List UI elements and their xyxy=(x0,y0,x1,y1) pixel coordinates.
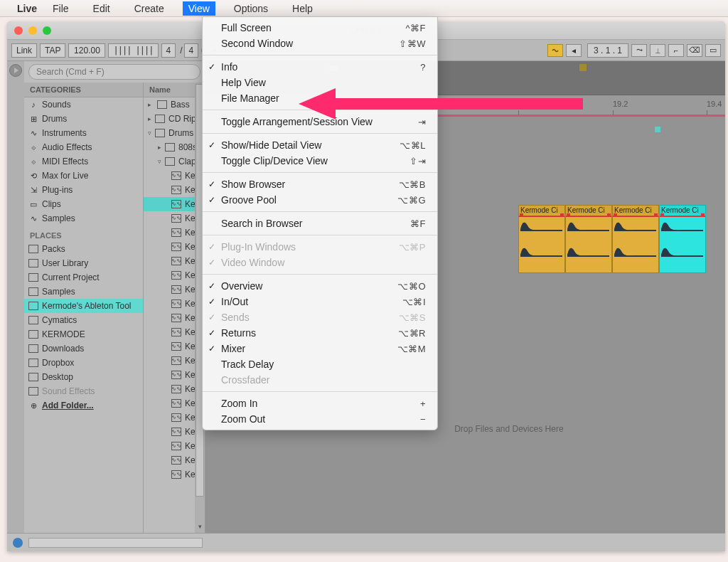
menu-item-zoom-out[interactable]: Zoom Out− xyxy=(203,411,437,427)
disclosure-icon[interactable]: ▸ xyxy=(158,144,161,151)
midi-map-button[interactable]: ◂ xyxy=(566,44,582,57)
folder-item[interactable]: ▸CD Rips xyxy=(144,112,195,126)
audio-file-item[interactable]: Kern xyxy=(144,325,195,339)
menu-item-overview[interactable]: ✓Overview⌥⌘O xyxy=(203,278,437,294)
audio-file-item[interactable]: Kern xyxy=(144,226,195,240)
automation-button[interactable]: ⟂ xyxy=(650,44,665,57)
audio-file-item[interactable]: Kern xyxy=(144,268,195,282)
place-dropbox[interactable]: Dropbox xyxy=(24,356,143,370)
locator-marker[interactable] xyxy=(579,64,587,71)
category-sounds[interactable]: ♪Sounds xyxy=(24,97,143,112)
draw-button[interactable]: ⌐ xyxy=(668,44,684,57)
audio-file-item[interactable]: Kern xyxy=(144,254,195,268)
place-samples[interactable]: Samples xyxy=(24,285,143,299)
audio-file-item[interactable]: Kermode Clap - 18.wav xyxy=(144,410,195,425)
audio-file-item[interactable]: Kern xyxy=(144,368,195,382)
bpm-nudge[interactable]: |||| |||| xyxy=(108,43,158,58)
audio-file-item[interactable]: Kern xyxy=(144,382,195,396)
menu-item-info[interactable]: ✓Info? xyxy=(203,59,437,75)
place-desktop[interactable]: Desktop xyxy=(24,370,143,384)
link-button[interactable]: Link xyxy=(11,43,37,58)
category-instruments[interactable]: ∿Instruments xyxy=(24,126,143,140)
menu-file[interactable]: File xyxy=(47,1,75,16)
pencil-button[interactable]: ⌫ xyxy=(687,44,702,57)
scroll-down-icon[interactable]: ▾ xyxy=(196,523,204,531)
place-cymatics[interactable]: Cymatics xyxy=(24,313,143,327)
audio-file-item[interactable]: Kern xyxy=(144,211,195,226)
loop-button[interactable]: ▭ xyxy=(705,44,721,57)
disclosure-icon[interactable]: ▿ xyxy=(148,129,151,137)
audio-clip[interactable]: Kermode Ci xyxy=(659,205,706,273)
menu-item-mixer[interactable]: ✓Mixer⌥⌘M xyxy=(203,341,437,356)
menu-view[interactable]: View xyxy=(183,1,215,16)
disclosure-icon[interactable]: ▸ xyxy=(148,115,151,122)
time-sig-num[interactable]: 4 xyxy=(161,43,176,58)
menu-edit[interactable]: Edit xyxy=(87,1,116,16)
place-packs[interactable]: Packs xyxy=(24,242,143,256)
audio-file-item[interactable]: Kern xyxy=(144,169,195,183)
disclosure-icon[interactable]: ▿ xyxy=(158,158,161,165)
audio-clip[interactable]: Kermode Ci xyxy=(565,205,612,273)
audio-clip[interactable]: Kermode Ci xyxy=(518,205,565,273)
audio-clip[interactable]: Kermode Ci xyxy=(612,205,659,273)
audio-file-item[interactable]: Kern xyxy=(144,311,195,325)
audio-file-item[interactable]: Kern xyxy=(144,396,195,410)
maximize-button[interactable] xyxy=(43,26,51,35)
menu-options[interactable]: Options xyxy=(228,1,274,16)
audio-file-item[interactable]: Kermode Clap - 20.wav xyxy=(144,439,195,453)
audio-file-item[interactable]: Kermode Clap - 19.wav xyxy=(144,425,195,439)
folder-item[interactable]: ▿Drums xyxy=(144,126,195,140)
audio-file-item[interactable]: Kermode Clap - 21.wav xyxy=(144,453,195,467)
folder-item[interactable]: ▿Clap xyxy=(144,154,195,169)
menu-item-track-delay[interactable]: Track Delay xyxy=(203,356,437,372)
menu-item-help-view[interactable]: Help View xyxy=(203,75,437,90)
minimize-button[interactable] xyxy=(28,26,37,35)
menu-item-show-hide-detail-view[interactable]: ✓Show/Hide Detail View⌥⌘L xyxy=(203,137,437,153)
menu-item-full-screen[interactable]: Full Screen^⌘F xyxy=(203,20,437,36)
audio-file-item[interactable]: Kern xyxy=(144,339,195,354)
search-input[interactable] xyxy=(28,64,200,80)
audio-file-item[interactable]: Kern xyxy=(144,183,195,197)
place-current-project[interactable]: Current Project xyxy=(24,270,143,285)
place-user-library[interactable]: User Library xyxy=(24,256,143,270)
place-kermode-s-ableton-tool[interactable]: Kermode's Ableton Tool xyxy=(24,299,143,313)
category-clips[interactable]: ▭Clips xyxy=(24,197,143,211)
arrangement-position[interactable]: 3 . 1 . 1 xyxy=(587,43,628,58)
menu-item-zoom-in[interactable]: Zoom In+ xyxy=(203,396,437,411)
audio-file-item[interactable]: Kermode Clap - 22.wav xyxy=(144,467,195,482)
app-name[interactable]: Live xyxy=(17,3,37,14)
audio-file-item[interactable]: Kern xyxy=(144,197,195,211)
menu-item-search-in-browser[interactable]: Search in Browser⌘F xyxy=(203,216,437,231)
place-downloads[interactable]: Downloads xyxy=(24,341,143,356)
place-kermode[interactable]: KERMODE xyxy=(24,327,143,341)
time-sig-den[interactable]: 4 xyxy=(184,43,199,58)
cue-marker-icon[interactable] xyxy=(655,127,660,132)
category-max-for-live[interactable]: ⟲Max for Live xyxy=(24,169,143,183)
key-map-button[interactable] xyxy=(547,44,563,57)
category-drums[interactable]: ⊞Drums xyxy=(24,112,143,126)
place-sound-effects[interactable]: Sound Effects xyxy=(24,384,143,398)
audio-file-item[interactable]: Kern xyxy=(144,240,195,254)
add-folder[interactable]: ⊕Add Folder... xyxy=(24,398,143,413)
preview-progress[interactable] xyxy=(28,538,203,548)
preview-play-button[interactable] xyxy=(9,64,22,77)
bpm-field[interactable]: 120.00 xyxy=(68,43,105,58)
menu-item-returns[interactable]: ✓Returns⌥⌘R xyxy=(203,325,437,341)
status-indicator-icon[interactable] xyxy=(13,538,23,548)
follow-button[interactable]: ⤳ xyxy=(631,44,647,57)
disclosure-icon[interactable]: ▸ xyxy=(148,101,154,108)
category-plug-ins[interactable]: ⇲Plug-ins xyxy=(24,183,143,197)
menu-item-groove-pool[interactable]: ✓Groove Pool⌥⌘G xyxy=(203,192,437,208)
tap-button[interactable]: TAP xyxy=(40,43,65,58)
menu-help[interactable]: Help xyxy=(287,1,318,16)
menu-create[interactable]: Create xyxy=(129,1,170,16)
menu-item-toggle-clip-device-view[interactable]: Toggle Clip/Device View⇧⇥ xyxy=(203,153,437,169)
audio-file-item[interactable]: Kern xyxy=(144,297,195,311)
category-audio-effects[interactable]: ⟐Audio Effects xyxy=(24,140,143,154)
category-midi-effects[interactable]: ⟐MIDI Effects xyxy=(24,154,143,169)
audio-file-item[interactable]: Kern xyxy=(144,282,195,297)
category-samples[interactable]: ∿Samples xyxy=(24,211,143,226)
folder-item[interactable]: ▸Bass xyxy=(144,97,195,112)
menu-item-toggle-arrangement-session-view[interactable]: Toggle Arrangement/Session View⇥ xyxy=(203,114,437,129)
menu-item-show-browser[interactable]: ✓Show Browser⌥⌘B xyxy=(203,176,437,192)
